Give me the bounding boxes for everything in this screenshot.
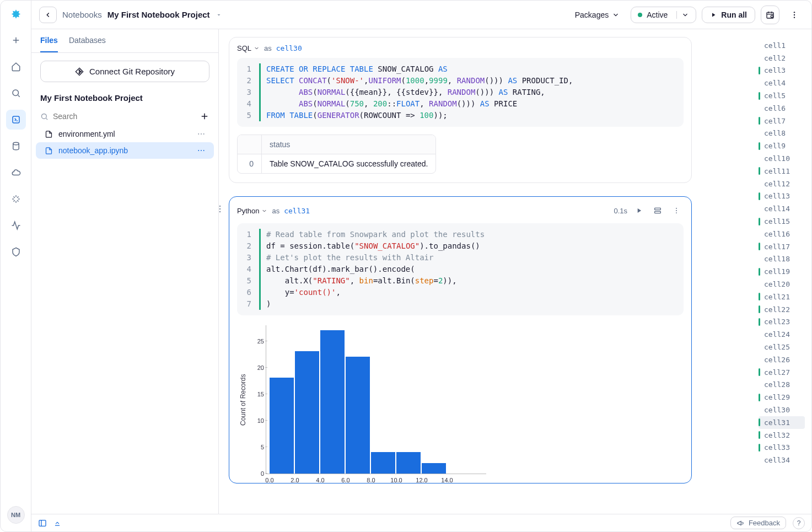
cell-index-item[interactable]: cell33 [759, 442, 805, 454]
status-dot-icon [638, 13, 642, 17]
cell-index-item[interactable]: cell18 [759, 253, 805, 266]
cell-more-button[interactable] [669, 203, 684, 218]
cell-index-item[interactable]: cell21 [759, 291, 805, 303]
project-title: My First Notebook Project [31, 90, 218, 109]
chart-ylabel: Count of Records [237, 325, 249, 474]
svg-point-21 [676, 210, 677, 211]
file-more-icon[interactable]: ⋯ [197, 130, 205, 138]
back-button[interactable] [39, 7, 57, 23]
toggle-panel-icon[interactable] [38, 519, 47, 528]
admin-button[interactable] [6, 242, 26, 262]
cell-index-item[interactable]: cell30 [759, 404, 805, 416]
cell-index-item[interactable]: cell16 [759, 228, 805, 240]
packages-dropdown[interactable]: Packages [569, 7, 625, 23]
cell-index-item[interactable]: cell1 [759, 39, 805, 52]
cell-index-item[interactable]: cell11 [759, 165, 805, 178]
chevron-down-icon[interactable] [216, 12, 222, 18]
run-cell-button[interactable] [632, 203, 646, 218]
search-button[interactable] [6, 83, 26, 103]
cell-index-item[interactable]: cell31 [759, 416, 805, 429]
collapse-button[interactable] [650, 203, 665, 218]
cell-index-item[interactable]: cell24 [759, 328, 805, 341]
side-panel: Files Databases Connect Git Repository M… [31, 29, 219, 514]
data-button[interactable] [6, 136, 26, 156]
cell-index-item[interactable]: cell34 [759, 454, 805, 466]
cell-index-item[interactable]: cell25 [759, 341, 805, 353]
svg-point-13 [219, 206, 221, 207]
cell-index-item[interactable]: cell32 [759, 429, 805, 442]
feedback-button[interactable]: Feedback [730, 517, 786, 529]
help-button[interactable]: ? [793, 517, 805, 529]
activity-button[interactable] [6, 216, 26, 235]
cell-index-item[interactable]: cell13 [759, 190, 805, 203]
drag-handle-icon[interactable] [219, 205, 222, 213]
add-file-button[interactable] [200, 111, 209, 121]
file-more-icon[interactable]: ⋯ [197, 146, 205, 155]
cell-index-item[interactable]: cell7 [759, 115, 805, 127]
cell-index-item[interactable]: cell4 [759, 77, 805, 89]
tab-databases[interactable]: Databases [69, 36, 106, 52]
cell-index-item[interactable]: cell17 [759, 240, 805, 253]
cell-index-item[interactable]: cell3 [759, 65, 805, 77]
chart-bar [346, 357, 370, 474]
file-search-input[interactable] [53, 112, 195, 121]
connect-git-label: Connect Git Repository [89, 67, 175, 76]
breadcrumb-root[interactable]: Notebooks [62, 10, 102, 19]
cell-as-label: as [272, 207, 279, 215]
cell-lang-selector[interactable]: SQL [237, 44, 260, 52]
cell-lang-selector[interactable]: Python [237, 207, 267, 215]
cell-index-item[interactable]: cell22 [759, 303, 805, 316]
sparkle-button[interactable] [6, 189, 26, 209]
run-all-button[interactable]: Run all [702, 7, 755, 23]
cell-index-item[interactable]: cell8 [759, 127, 805, 140]
cloud-button[interactable] [6, 163, 26, 182]
table-cell: 0 [238, 154, 262, 173]
git-icon [75, 67, 84, 76]
cell-index-item[interactable]: cell10 [759, 152, 805, 165]
more-menu-button[interactable] [785, 6, 804, 24]
cell-index-item[interactable]: cell27 [759, 366, 805, 379]
cell-cell30[interactable]: SQL as cell30 1CREATE OR REPLACE TABLE S… [229, 37, 692, 183]
connect-git-button[interactable]: Connect Git Repository [40, 61, 209, 82]
cell-index-item[interactable]: cell20 [759, 278, 805, 291]
snowflake-logo [8, 8, 24, 24]
cell-name[interactable]: cell30 [276, 44, 302, 52]
tab-files[interactable]: Files [40, 36, 58, 52]
svg-point-22 [676, 212, 677, 213]
cell-index-item[interactable]: cell19 [759, 265, 805, 278]
file-row[interactable]: notebook_app.ipynb⋯ [36, 142, 214, 159]
chevron-down-icon[interactable] [681, 11, 689, 19]
user-avatar[interactable]: NM [7, 506, 25, 524]
collapse-icon[interactable] [53, 519, 61, 527]
feedback-label: Feedback [749, 519, 780, 527]
cell-index-item[interactable]: cell2 [759, 52, 805, 65]
cell-index-item[interactable]: cell12 [759, 178, 805, 190]
cell-index-item[interactable]: cell9 [759, 139, 805, 152]
svg-rect-18 [655, 208, 661, 209]
cell-index-item[interactable]: cell23 [759, 316, 805, 329]
cell-cell31[interactable]: Python as cell31 0.1s 1# Read table from… [229, 196, 692, 483]
code-block[interactable]: 1CREATE OR REPLACE TABLE SNOW_CATALOG AS… [237, 58, 684, 127]
svg-rect-23 [39, 520, 46, 526]
cell-name[interactable]: cell31 [284, 207, 310, 215]
cell-index-item[interactable]: cell5 [759, 89, 805, 102]
breadcrumb-current[interactable]: My First Notebook Project [107, 10, 210, 19]
status-pill[interactable]: Active [631, 7, 696, 23]
cell-index-item[interactable]: cell28 [759, 379, 805, 391]
cell-index-item[interactable]: cell14 [759, 202, 805, 215]
home-button[interactable] [6, 57, 26, 77]
svg-point-9 [79, 72, 80, 73]
cell-index-item[interactable]: cell15 [759, 215, 805, 228]
file-row[interactable]: environment.yml⋯ [36, 126, 214, 142]
search-icon [40, 112, 49, 121]
chart-bar [270, 378, 294, 474]
add-button[interactable] [6, 30, 26, 50]
code-block[interactable]: 1# Read table from Snowpark and plot the… [237, 223, 684, 315]
left-rail: NM [1, 1, 31, 531]
cell-index-item[interactable]: cell6 [759, 102, 805, 115]
table-header [238, 135, 262, 154]
cell-index-item[interactable]: cell26 [759, 353, 805, 366]
cell-index-item[interactable]: cell29 [759, 391, 805, 404]
notebooks-button[interactable] [6, 110, 26, 130]
schedule-button[interactable] [761, 6, 779, 24]
